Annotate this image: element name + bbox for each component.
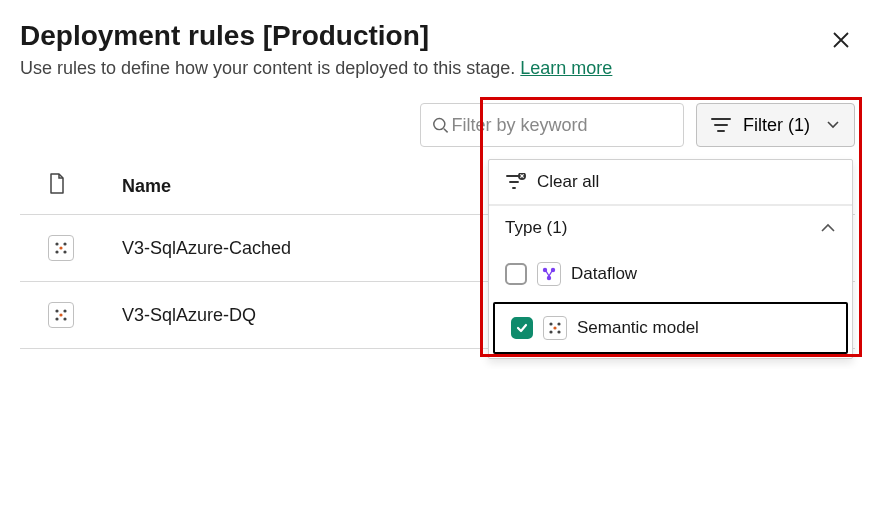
filter-icon — [711, 117, 731, 133]
checkbox-unchecked[interactable] — [505, 263, 527, 285]
svg-point-17 — [55, 317, 58, 320]
filter-dropdown: Clear all Type (1) Dataflow Semantic mod… — [488, 159, 853, 359]
filter-option-dataflow[interactable]: Dataflow — [489, 250, 852, 298]
clear-all-button[interactable]: Clear all — [489, 160, 852, 205]
search-input[interactable] — [449, 114, 673, 137]
svg-point-4 — [547, 276, 551, 280]
svg-point-8 — [557, 330, 560, 333]
svg-point-19 — [59, 313, 62, 316]
checkbox-checked[interactable] — [511, 317, 533, 339]
semantic-model-icon — [48, 302, 74, 328]
dataflow-icon — [537, 262, 561, 286]
clear-filter-icon — [505, 173, 527, 191]
svg-point-18 — [63, 317, 66, 320]
svg-point-11 — [63, 242, 66, 245]
svg-point-10 — [55, 242, 58, 245]
svg-point-13 — [63, 250, 66, 253]
search-icon — [431, 115, 449, 135]
svg-point-7 — [549, 330, 552, 333]
svg-point-16 — [63, 309, 66, 312]
svg-point-15 — [55, 309, 58, 312]
filter-group-type[interactable]: Type (1) — [489, 205, 852, 250]
svg-point-6 — [557, 322, 560, 325]
svg-point-5 — [549, 322, 552, 325]
svg-point-12 — [55, 250, 58, 253]
file-icon — [48, 173, 66, 195]
close-icon — [831, 30, 851, 50]
filter-button[interactable]: Filter (1) — [696, 103, 855, 147]
semantic-model-icon — [48, 235, 74, 261]
chevron-down-icon — [826, 120, 840, 130]
page-subtitle: Use rules to define how your content is … — [20, 58, 855, 79]
svg-point-14 — [59, 246, 62, 249]
learn-more-link[interactable]: Learn more — [520, 58, 612, 78]
svg-point-9 — [553, 326, 556, 329]
chevron-up-icon — [820, 223, 836, 233]
semantic-model-icon — [543, 316, 567, 340]
search-box[interactable] — [420, 103, 684, 147]
page-title: Deployment rules [Production] — [20, 20, 429, 52]
svg-point-0 — [434, 119, 445, 130]
controls-bar: Filter (1) Clear all Type (1) Dataflow — [20, 103, 855, 147]
close-button[interactable] — [827, 26, 855, 57]
filter-option-semantic-model[interactable]: Semantic model — [493, 302, 848, 354]
